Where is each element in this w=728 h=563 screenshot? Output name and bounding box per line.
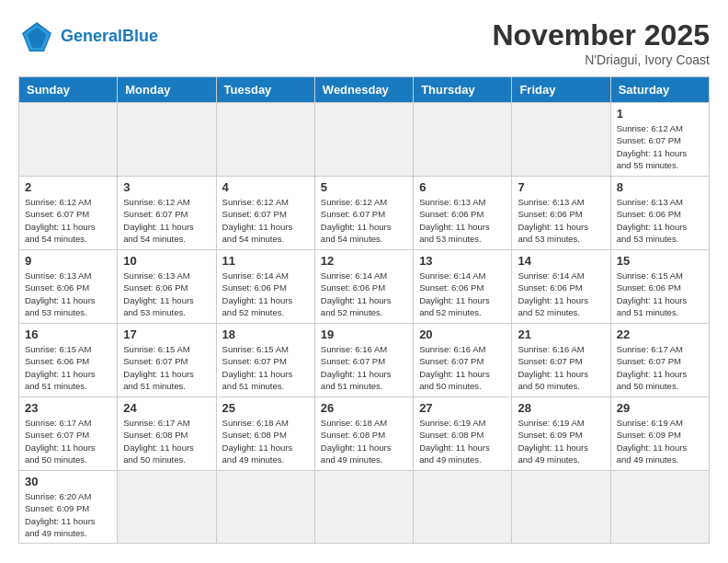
calendar-week-row: 30Sunrise: 6:20 AM Sunset: 6:09 PM Dayli… (19, 471, 710, 544)
day-number: 13 (419, 254, 506, 268)
calendar-cell (314, 103, 413, 177)
cell-sun-info: Sunrise: 6:13 AM Sunset: 6:06 PM Dayligh… (25, 270, 111, 318)
calendar-cell: 17Sunrise: 6:15 AM Sunset: 6:07 PM Dayli… (118, 324, 216, 397)
day-number: 20 (419, 327, 506, 341)
day-number: 4 (222, 180, 309, 194)
calendar-week-row: 2Sunrise: 6:12 AM Sunset: 6:07 PM Daylig… (19, 177, 710, 250)
calendar-cell: 24Sunrise: 6:17 AM Sunset: 6:08 PM Dayli… (118, 397, 216, 471)
calendar-cell: 20Sunrise: 6:16 AM Sunset: 6:07 PM Dayli… (414, 324, 512, 397)
day-number: 7 (518, 180, 604, 194)
calendar-cell: 29Sunrise: 6:19 AM Sunset: 6:09 PM Dayli… (610, 397, 709, 471)
day-number: 12 (321, 254, 407, 268)
calendar-cell (216, 471, 314, 544)
day-number: 8 (617, 180, 703, 194)
cell-sun-info: Sunrise: 6:15 AM Sunset: 6:07 PM Dayligh… (222, 343, 309, 392)
day-number: 14 (518, 254, 604, 268)
day-number: 5 (321, 180, 407, 194)
cell-sun-info: Sunrise: 6:17 AM Sunset: 6:07 PM Dayligh… (617, 343, 703, 392)
day-number: 22 (617, 327, 703, 341)
logo-icon (18, 18, 55, 55)
calendar-cell (610, 471, 709, 544)
calendar-cell: 23Sunrise: 6:17 AM Sunset: 6:07 PM Dayli… (19, 397, 118, 471)
cell-sun-info: Sunrise: 6:19 AM Sunset: 6:08 PM Dayligh… (419, 417, 506, 465)
calendar-cell: 5Sunrise: 6:12 AM Sunset: 6:07 PM Daylig… (314, 177, 413, 250)
day-number: 19 (321, 327, 407, 341)
calendar-cell: 8Sunrise: 6:13 AM Sunset: 6:06 PM Daylig… (610, 177, 709, 250)
calendar-header-row: SundayMondayTuesdayWednesdayThursdayFrid… (19, 77, 710, 103)
day-of-week-header: Tuesday (216, 77, 314, 103)
calendar-cell: 13Sunrise: 6:14 AM Sunset: 6:06 PM Dayli… (414, 250, 512, 324)
header: GeneralBlue November 2025 N'Driagui, Ivo… (18, 18, 710, 67)
calendar-cell (512, 471, 610, 544)
calendar-cell: 30Sunrise: 6:20 AM Sunset: 6:09 PM Dayli… (19, 471, 118, 544)
day-number: 17 (123, 327, 210, 341)
day-number: 26 (321, 401, 407, 415)
cell-sun-info: Sunrise: 6:13 AM Sunset: 6:06 PM Dayligh… (419, 196, 506, 245)
day-number: 25 (222, 401, 309, 415)
calendar-body: 1Sunrise: 6:12 AM Sunset: 6:07 PM Daylig… (19, 103, 710, 544)
cell-sun-info: Sunrise: 6:19 AM Sunset: 6:09 PM Dayligh… (518, 417, 604, 465)
day-number: 28 (518, 401, 604, 415)
cell-sun-info: Sunrise: 6:15 AM Sunset: 6:06 PM Dayligh… (25, 343, 111, 392)
cell-sun-info: Sunrise: 6:13 AM Sunset: 6:06 PM Dayligh… (518, 196, 604, 245)
calendar-cell: 16Sunrise: 6:15 AM Sunset: 6:06 PM Dayli… (19, 324, 118, 397)
cell-sun-info: Sunrise: 6:14 AM Sunset: 6:06 PM Dayligh… (419, 270, 506, 318)
cell-sun-info: Sunrise: 6:19 AM Sunset: 6:09 PM Dayligh… (617, 417, 703, 465)
cell-sun-info: Sunrise: 6:13 AM Sunset: 6:06 PM Dayligh… (617, 196, 703, 245)
calendar-cell: 10Sunrise: 6:13 AM Sunset: 6:06 PM Dayli… (118, 250, 216, 324)
day-number: 29 (617, 401, 703, 415)
day-number: 2 (25, 180, 111, 194)
calendar: SundayMondayTuesdayWednesdayThursdayFrid… (18, 76, 710, 544)
calendar-cell: 2Sunrise: 6:12 AM Sunset: 6:07 PM Daylig… (19, 177, 118, 250)
calendar-week-row: 16Sunrise: 6:15 AM Sunset: 6:06 PM Dayli… (19, 324, 710, 397)
calendar-week-row: 9Sunrise: 6:13 AM Sunset: 6:06 PM Daylig… (19, 250, 710, 324)
calendar-cell: 15Sunrise: 6:15 AM Sunset: 6:06 PM Dayli… (610, 250, 709, 324)
cell-sun-info: Sunrise: 6:20 AM Sunset: 6:09 PM Dayligh… (25, 490, 111, 539)
cell-sun-info: Sunrise: 6:12 AM Sunset: 6:07 PM Dayligh… (222, 196, 309, 245)
calendar-cell (414, 103, 512, 177)
calendar-cell: 3Sunrise: 6:12 AM Sunset: 6:07 PM Daylig… (118, 177, 216, 250)
calendar-cell (216, 103, 314, 177)
day-number: 18 (222, 327, 309, 341)
cell-sun-info: Sunrise: 6:12 AM Sunset: 6:07 PM Dayligh… (617, 122, 703, 171)
calendar-cell: 25Sunrise: 6:18 AM Sunset: 6:08 PM Dayli… (216, 397, 314, 471)
calendar-cell: 14Sunrise: 6:14 AM Sunset: 6:06 PM Dayli… (512, 250, 610, 324)
logo: GeneralBlue (18, 18, 158, 55)
calendar-cell: 4Sunrise: 6:12 AM Sunset: 6:07 PM Daylig… (216, 177, 314, 250)
calendar-week-row: 1Sunrise: 6:12 AM Sunset: 6:07 PM Daylig… (19, 103, 710, 177)
day-number: 6 (419, 180, 506, 194)
day-of-week-header: Wednesday (314, 77, 413, 103)
day-number: 11 (222, 254, 309, 268)
calendar-cell: 26Sunrise: 6:18 AM Sunset: 6:08 PM Dayli… (314, 397, 413, 471)
day-number: 15 (617, 254, 703, 268)
calendar-cell: 22Sunrise: 6:17 AM Sunset: 6:07 PM Dayli… (610, 324, 709, 397)
calendar-cell (118, 103, 216, 177)
location: N'Driagui, Ivory Coast (492, 52, 710, 67)
day-number: 10 (123, 254, 210, 268)
cell-sun-info: Sunrise: 6:14 AM Sunset: 6:06 PM Dayligh… (518, 270, 604, 318)
cell-sun-info: Sunrise: 6:13 AM Sunset: 6:06 PM Dayligh… (123, 270, 210, 318)
cell-sun-info: Sunrise: 6:18 AM Sunset: 6:08 PM Dayligh… (222, 417, 309, 465)
day-number: 24 (123, 401, 210, 415)
day-of-week-header: Saturday (610, 77, 709, 103)
calendar-cell: 27Sunrise: 6:19 AM Sunset: 6:08 PM Dayli… (414, 397, 512, 471)
cell-sun-info: Sunrise: 6:15 AM Sunset: 6:07 PM Dayligh… (123, 343, 210, 392)
day-number: 23 (25, 401, 111, 415)
calendar-cell: 18Sunrise: 6:15 AM Sunset: 6:07 PM Dayli… (216, 324, 314, 397)
day-number: 21 (518, 327, 604, 341)
cell-sun-info: Sunrise: 6:16 AM Sunset: 6:07 PM Dayligh… (419, 343, 506, 392)
day-number: 27 (419, 401, 506, 415)
calendar-cell: 7Sunrise: 6:13 AM Sunset: 6:06 PM Daylig… (512, 177, 610, 250)
title-area: November 2025 N'Driagui, Ivory Coast (492, 18, 710, 67)
calendar-cell: 11Sunrise: 6:14 AM Sunset: 6:06 PM Dayli… (216, 250, 314, 324)
cell-sun-info: Sunrise: 6:14 AM Sunset: 6:06 PM Dayligh… (321, 270, 407, 318)
cell-sun-info: Sunrise: 6:17 AM Sunset: 6:07 PM Dayligh… (25, 417, 111, 465)
cell-sun-info: Sunrise: 6:14 AM Sunset: 6:06 PM Dayligh… (222, 270, 309, 318)
day-number: 16 (25, 327, 111, 341)
cell-sun-info: Sunrise: 6:12 AM Sunset: 6:07 PM Dayligh… (123, 196, 210, 245)
calendar-cell (19, 103, 118, 177)
calendar-cell: 19Sunrise: 6:16 AM Sunset: 6:07 PM Dayli… (314, 324, 413, 397)
cell-sun-info: Sunrise: 6:16 AM Sunset: 6:07 PM Dayligh… (321, 343, 407, 392)
calendar-cell (414, 471, 512, 544)
calendar-cell: 12Sunrise: 6:14 AM Sunset: 6:06 PM Dayli… (314, 250, 413, 324)
